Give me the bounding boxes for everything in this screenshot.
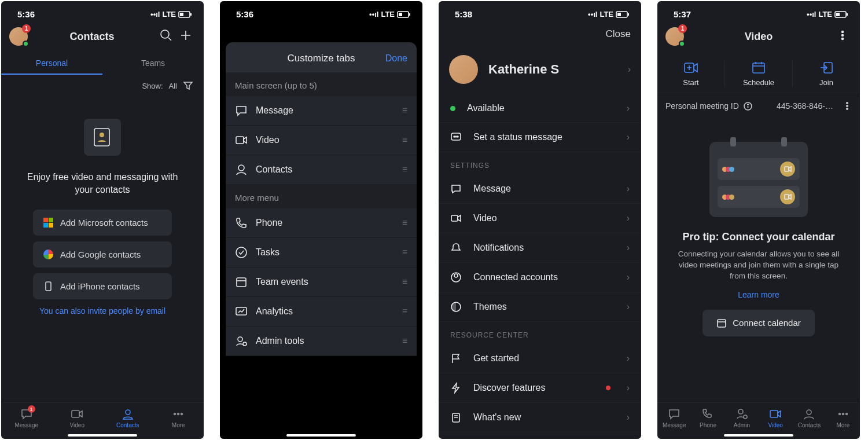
contacts-icon (803, 408, 815, 420)
add-microsoft-button[interactable]: Add Microsoft contacts (33, 210, 172, 236)
chevron-right-icon: › (627, 243, 630, 253)
nav-video[interactable]: Video (52, 408, 103, 428)
search-button[interactable] (156, 25, 176, 47)
home-indicator[interactable] (286, 434, 356, 437)
action-schedule[interactable]: Schedule (725, 61, 793, 87)
screen-profile-settings: 5:38 ••ıl LTE Close Katherine S › Availa… (439, 1, 641, 439)
done-button[interactable]: Done (385, 53, 407, 64)
video-button-icon (780, 189, 795, 204)
page-title: Contacts (28, 31, 156, 43)
contacts-illustration (84, 119, 121, 156)
status-icons: ••ıl LTE (369, 10, 411, 19)
svg-point-12 (174, 413, 176, 415)
action-join[interactable]: Join (793, 61, 860, 87)
tabs: Personal Teams (1, 53, 204, 75)
nav-video[interactable]: Video (759, 408, 792, 428)
resource-whats-new[interactable]: What's new› (439, 403, 641, 432)
settings-themes[interactable]: Themes› (439, 292, 641, 322)
svg-rect-1 (180, 13, 183, 16)
nav-more[interactable]: More (826, 408, 860, 428)
svg-rect-44 (847, 13, 848, 16)
resource-discover-features[interactable]: Discover features › (439, 373, 641, 403)
pmi-value: 445-368-846-… (777, 101, 833, 111)
home-indicator[interactable] (68, 434, 137, 437)
svg-point-46 (842, 35, 844, 36)
video-icon (769, 408, 782, 420)
drag-handle-icon[interactable]: ≡ (402, 306, 407, 317)
settings-video[interactable]: Video› (439, 204, 641, 233)
tab-item-contacts[interactable]: Contacts ≡ (226, 155, 417, 185)
themes-icon (450, 301, 462, 313)
svg-point-47 (842, 38, 844, 40)
nav-message[interactable]: Message (657, 408, 691, 428)
drag-handle-icon[interactable]: ≡ (402, 277, 407, 287)
invite-email-link[interactable]: You can also invite people by email (17, 306, 187, 316)
avatar[interactable]: 1 (9, 27, 28, 46)
presence-dot-icon (450, 106, 455, 111)
signal-icon: ••ıl (807, 10, 816, 19)
set-status-message[interactable]: Set a status message › (439, 123, 641, 152)
drag-handle-icon[interactable]: ≡ (402, 105, 407, 116)
tab-item-admin-tools[interactable]: Admin tools ≡ (226, 327, 417, 356)
filter-icon[interactable] (183, 80, 193, 91)
tab-item-message[interactable]: Message ≡ (226, 96, 417, 126)
svg-rect-33 (451, 215, 458, 221)
chevron-right-icon: › (627, 302, 630, 312)
section-more-menu: More menu (226, 185, 417, 208)
drag-handle-icon[interactable]: ≡ (402, 336, 407, 346)
admin-icon (235, 335, 248, 347)
section-resource-center: RESOURCE CENTER (439, 322, 641, 344)
settings-notifications[interactable]: Notifications› (439, 233, 641, 263)
tab-teams[interactable]: Teams (102, 53, 204, 75)
schedule-icon (751, 61, 766, 75)
status-icons: ••ıl LTE (807, 10, 848, 19)
tab-item-phone[interactable]: Phone ≡ (226, 208, 417, 238)
status-bar: 5:37 ••ıl LTE (657, 1, 860, 20)
resource-get-started[interactable]: Get started› (439, 344, 641, 373)
add-iphone-button[interactable]: Add iPhone contacts (33, 273, 172, 299)
nav-more[interactable]: More (153, 408, 204, 428)
drag-handle-icon[interactable]: ≡ (402, 164, 407, 175)
nav-message[interactable]: 1 Message (1, 408, 52, 428)
add-google-button[interactable]: Add Google contacts (33, 241, 172, 267)
drag-handle-icon[interactable]: ≡ (402, 135, 407, 145)
connect-calendar-button[interactable]: Connect calendar (703, 310, 815, 336)
add-button[interactable] (176, 25, 196, 47)
nav-admin[interactable]: Admin (725, 408, 759, 428)
video-icon (450, 212, 462, 224)
tab-personal[interactable]: Personal (1, 53, 102, 75)
nav-phone[interactable]: Phone (691, 408, 724, 428)
avatar[interactable]: 1 (665, 27, 684, 46)
info-icon[interactable] (744, 102, 752, 111)
bottom-nav: 1 Message Video Contacts More (1, 402, 204, 431)
tab-item-team-events[interactable]: Team events ≡ (226, 267, 417, 297)
tab-item-analytics[interactable]: Analytics ≡ (226, 297, 417, 327)
nav-contacts[interactable]: Contacts (792, 408, 826, 428)
status-available[interactable]: Available › (439, 94, 641, 123)
kebab-icon[interactable] (843, 101, 852, 111)
drag-handle-icon[interactable]: ≡ (402, 247, 407, 258)
filter-value[interactable]: All (169, 82, 177, 90)
document-icon (450, 412, 462, 423)
personal-meeting-id-row[interactable]: Personal meeting ID 445-368-846-… (657, 93, 860, 119)
tab-item-tasks[interactable]: Tasks ≡ (226, 238, 417, 267)
action-start[interactable]: Start (657, 61, 725, 87)
more-options-button[interactable] (833, 26, 852, 47)
empty-state: Enjoy free video and messaging with your… (1, 97, 204, 327)
svg-point-58 (748, 104, 749, 105)
settings-message[interactable]: Message› (439, 174, 641, 204)
resource-help[interactable]: Help› (439, 432, 641, 439)
action-bar: Start Schedule Join (657, 55, 860, 93)
home-indicator[interactable] (724, 434, 793, 437)
presence-indicator (679, 41, 685, 47)
profile-row[interactable]: Katherine S › (439, 48, 641, 94)
tab-item-video[interactable]: Video ≡ (226, 126, 417, 155)
tip-area: Pro tip: Connect your calendar Connectin… (657, 119, 860, 348)
close-button[interactable]: Close (606, 28, 631, 40)
settings-connected-accounts[interactable]: Connected accounts› (439, 263, 641, 292)
svg-point-71 (842, 413, 844, 415)
signal-icon: ••ıl (588, 10, 597, 19)
drag-handle-icon[interactable]: ≡ (402, 218, 407, 228)
learn-more-link[interactable]: Learn more (670, 290, 847, 299)
nav-contacts[interactable]: Contacts (102, 408, 153, 428)
